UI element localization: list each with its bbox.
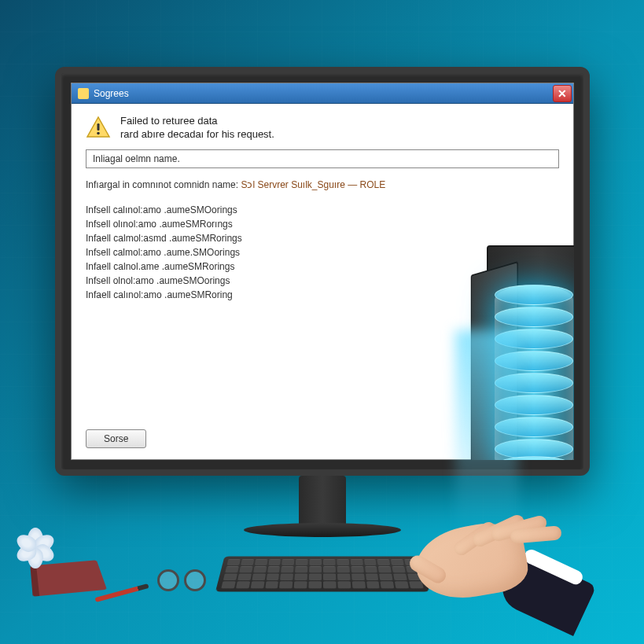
source-button[interactable]: Sorse [86, 429, 146, 448]
dialog-titlebar: Sogrees ✕ [72, 83, 573, 104]
svg-point-1 [97, 132, 100, 135]
error-line-2: rard abıre decadaı for his request. [120, 128, 274, 142]
list-item: Infaell calmol:asmd .aumeSMRorings [86, 233, 559, 244]
dialog-title: Sogrees [94, 88, 129, 99]
list-item: Infsell olınol:amo .aumeSMRorıngs [86, 219, 559, 230]
dialog-button-row: Sorse [86, 418, 559, 448]
list-item: Infaell calnol.ame .aumeSMRorings [86, 261, 559, 272]
list-item: Infsell calmol:amo .aume.SMOorings [86, 247, 559, 258]
error-dialog: Sogrees ✕ Failed to returee data rard ab… [71, 83, 574, 460]
column-name-field[interactable]: Inliagal oelmn name. [86, 149, 559, 168]
keyboard [215, 556, 429, 591]
hand-illustration [385, 479, 589, 620]
titlebar-left: Sogrees [78, 88, 129, 99]
svg-rect-0 [98, 123, 100, 131]
notebook [30, 560, 107, 596]
close-button[interactable]: ✕ [553, 85, 572, 102]
flower [16, 518, 55, 558]
error-header: Failed to returee data rard abıre decada… [86, 115, 559, 142]
error-message: Failed to returee data rard abıre decada… [120, 115, 274, 142]
eyeglasses [157, 569, 212, 589]
detail-prefix: Infıargal in comnınot comnidn name: [86, 179, 238, 190]
error-stack-list: Infsell calınol:amo .aumeSMOorings Infse… [86, 204, 559, 300]
monitor-frame: Sogrees ✕ Failed to returee data rard ab… [55, 67, 590, 476]
warning-icon [86, 115, 111, 140]
close-icon: ✕ [558, 87, 567, 100]
list-item: Infsell calınol:amo .aumeSMOorings [86, 204, 559, 215]
error-line-1: Failed to returee data [120, 115, 274, 128]
detail-sql: Sɔl Servrer Suılk_Sguıre — ROLE [241, 179, 385, 190]
error-detail: Infıargal in comnınot comnidn name: Sɔl … [86, 179, 559, 190]
monitor-screen: Sogrees ✕ Failed to returee data rard ab… [71, 83, 574, 460]
list-item: Infsell olnol:amo .aumeSMOorings [86, 275, 559, 286]
monitor-base [244, 523, 401, 537]
list-item: Infaell calınol:amo .aumeSMRoring [86, 289, 559, 300]
app-icon [78, 88, 89, 99]
dialog-content: Failed to returee data rard abıre decada… [72, 104, 573, 459]
